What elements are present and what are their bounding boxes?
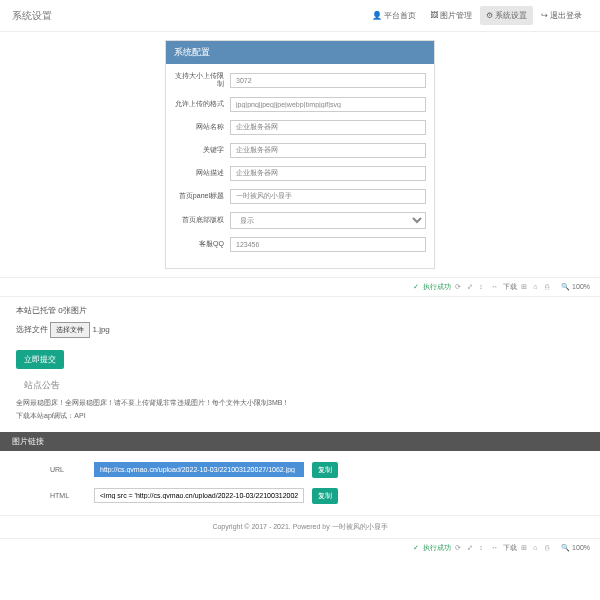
- user-icon: 👤: [372, 11, 382, 20]
- settings-panel: 系统配置 支持大小上传限制 允许上传的格式 网站名称 关键字 网站描述 首页pa…: [165, 40, 435, 269]
- result-toolbar-2: ✓ 执行成功 ⟳ ⤢ ↕ ↔ 下载 ⊞ ⌂ ⎙ 🔍 100%: [0, 538, 600, 557]
- nav-label: 系统设置: [495, 10, 527, 21]
- field-label: 允许上传的格式: [174, 100, 230, 108]
- field-label: 首页panel标题: [174, 192, 230, 200]
- expand-icon[interactable]: ⤢: [467, 283, 475, 291]
- announce-title: 站点公告: [24, 379, 584, 392]
- print-icon[interactable]: ⎙: [545, 544, 553, 552]
- nav-images[interactable]: 🖼图片管理: [424, 6, 478, 25]
- check-icon: ✓: [413, 544, 419, 552]
- resize-h-icon[interactable]: ↔: [491, 544, 499, 552]
- html-input[interactable]: [94, 488, 304, 503]
- html-row: HTML 复制: [0, 483, 600, 509]
- footer: Copyright © 2017 - 2021. Powered by 一时被风…: [0, 515, 600, 538]
- status-text: 执行成功: [423, 282, 451, 292]
- field-label: 首页底部版权: [174, 216, 230, 224]
- status-text: 执行成功: [423, 543, 451, 553]
- qq-input[interactable]: [230, 237, 426, 252]
- file-hint: 1.jpg: [92, 325, 109, 334]
- hosting-count: 本站已托管 0张图片: [16, 305, 584, 316]
- formats-input[interactable]: [230, 97, 426, 112]
- nav-settings[interactable]: ⚙系统设置: [480, 6, 533, 25]
- resize-v-icon[interactable]: ↕: [479, 283, 487, 291]
- panel-title-input[interactable]: [230, 189, 426, 204]
- nav-label: 图片管理: [440, 10, 472, 21]
- field-label: 网站描述: [174, 169, 230, 177]
- nav-label: 退出登录: [550, 10, 582, 21]
- choose-label: 选择文件: [16, 325, 48, 334]
- print-icon[interactable]: ⎙: [545, 283, 553, 291]
- nav-logout[interactable]: ↪退出登录: [535, 6, 588, 25]
- check-icon: ✓: [413, 283, 419, 291]
- top-nav: 👤平台首页 🖼图片管理 ⚙系统设置 ↪退出登录: [366, 6, 588, 25]
- panel-header: 系统配置: [166, 41, 434, 64]
- download-label: 下载: [503, 282, 517, 292]
- site-desc-input[interactable]: [230, 166, 426, 181]
- hosting-section: 本站已托管 0张图片 选择文件 选择文件 1.jpg 立即提交 站点公告 全网最…: [0, 296, 600, 432]
- size-limit-input[interactable]: [230, 73, 426, 88]
- panel-body: 支持大小上传限制 允许上传的格式 网站名称 关键字 网站描述 首页panel标题…: [166, 64, 434, 268]
- logout-icon: ↪: [541, 11, 548, 20]
- announce-line: 全网最稳图床！全网最稳图床！请不要上传背规非常违规图片！每个文件大小限制3MB！: [16, 398, 584, 408]
- expand-icon[interactable]: ⤢: [467, 544, 475, 552]
- choose-file-button[interactable]: 选择文件: [50, 322, 90, 338]
- zoom-level: 100%: [572, 544, 590, 551]
- result-toolbar: ✓ 执行成功 ⟳ ⤢ ↕ ↔ 下载 ⊞ ⌂ ⎙ 🔍 100%: [0, 277, 600, 296]
- copy-url-button[interactable]: 复制: [312, 462, 338, 478]
- site-name-input[interactable]: [230, 120, 426, 135]
- page-title: 系统设置: [12, 9, 52, 23]
- keywords-input[interactable]: [230, 143, 426, 158]
- upload-button[interactable]: 立即提交: [16, 350, 64, 369]
- refresh-icon[interactable]: ⟳: [455, 283, 463, 291]
- url-row: URL 复制: [0, 457, 600, 483]
- refresh-icon[interactable]: ⟳: [455, 544, 463, 552]
- html-label: HTML: [50, 492, 86, 499]
- field-label: 网站名称: [174, 123, 230, 131]
- home-icon[interactable]: ⌂: [533, 283, 541, 291]
- field-label: 关键字: [174, 146, 230, 154]
- gear-icon: ⚙: [486, 11, 493, 20]
- url-label: URL: [50, 466, 86, 473]
- topbar: 系统设置 👤平台首页 🖼图片管理 ⚙系统设置 ↪退出登录: [0, 0, 600, 32]
- nav-label: 平台首页: [384, 10, 416, 21]
- links-bar: 图片链接: [0, 432, 600, 451]
- download-label: 下载: [503, 543, 517, 553]
- copy-html-button[interactable]: 复制: [312, 488, 338, 504]
- home-icon[interactable]: ⌂: [533, 544, 541, 552]
- field-label: 支持大小上传限制: [174, 72, 230, 89]
- copyright-select[interactable]: 显示: [230, 212, 426, 229]
- zoom-level: 100%: [572, 283, 590, 290]
- announce-line: 下载本站api调试：API: [16, 411, 584, 421]
- field-label: 客服QQ: [174, 240, 230, 248]
- grid-icon[interactable]: ⊞: [521, 283, 529, 291]
- nav-home[interactable]: 👤平台首页: [366, 6, 422, 25]
- image-icon: 🖼: [430, 11, 438, 20]
- resize-h-icon[interactable]: ↔: [491, 283, 499, 291]
- url-input[interactable]: [94, 462, 304, 477]
- grid-icon[interactable]: ⊞: [521, 544, 529, 552]
- resize-v-icon[interactable]: ↕: [479, 544, 487, 552]
